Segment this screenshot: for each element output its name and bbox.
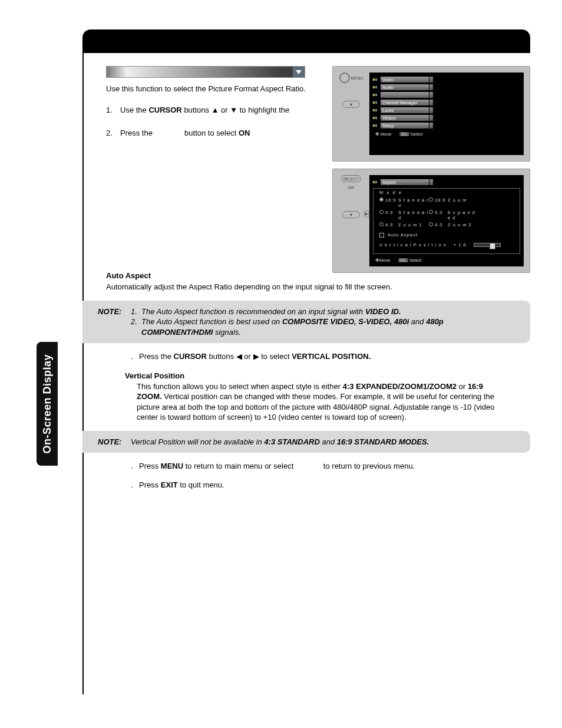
remote-select-icon: SELECT [341,175,361,182]
step-text: Press the CURSOR buttons ◀ or ▶ to selec… [139,351,371,362]
note-box: NOTE: 1. The Auto Aspect function is rec… [82,301,530,344]
remote-down-icon: ▼ [342,101,360,108]
menu-item [381,92,429,98]
step-list: 1. Use the CURSOR buttons ▲ or ▼ to high… [106,105,306,139]
radio-icon [429,210,433,214]
intro-text: Use this function to select the Picture … [106,84,306,94]
mode-box: M o d e 16:9S t a n d a r d 16:9Z o o m … [373,188,520,254]
osd-panels: MENU ▼ Video Audio Channel Manager Locks… [332,66,530,280]
step-text: Press EXIT to quit menu. [139,480,224,490]
radio-icon [379,197,384,202]
step-number: . [125,480,139,490]
side-tab-label: On-Screen Display [41,354,54,454]
step-number: 2. [106,128,120,139]
step-number: . [125,351,139,362]
vertical-position-heading: Vertical Position [125,371,530,380]
or-label: OR [348,186,355,190]
section-heading-bar [106,66,305,78]
side-tab: On-Screen Display [37,342,58,466]
checkbox-icon [379,233,384,238]
menu-item: Channel Manager [381,100,429,106]
auto-aspect-heading: Auto Aspect [106,271,530,280]
vertical-position-text: This function allows you to select when … [137,381,495,423]
step-number: 1. [106,105,120,116]
auto-aspect-text: Automatically adjust the Aspect Ratio de… [106,282,495,292]
status-bar: ✥ Move SEL Select [373,131,520,137]
mode-label: M o d e [379,190,516,195]
remote-down-icon: ▼ [342,211,360,218]
note-label: NOTE: [98,307,121,317]
osd-aspect-menu: SELECT OR ▼ Aspect M o d e 16:9S t a n d… [332,169,530,273]
auto-aspect-label: Auto Aspect [388,232,418,238]
tv-screen: Video Audio Channel Manager Locks Timers… [369,73,524,155]
radio-icon [429,222,433,226]
note-text: The Auto Aspect function is recommended … [141,307,401,317]
radio-icon [429,197,433,202]
menu-item: Video [381,77,429,83]
note-label: NOTE: [98,437,121,447]
step-number: . [125,461,139,472]
radio-icon [379,210,384,214]
chevron-down-icon [293,67,305,77]
step-text: Press the button to select ON [120,128,306,139]
tv-screen: Aspect M o d e 16:9S t a n d a r d 16:9Z… [369,175,524,266]
menu-item: Locks [381,107,429,113]
note-box: NOTE: Vertical Position will not be avai… [82,431,530,453]
menu-label: MENU [351,76,363,80]
radio-icon [379,222,384,226]
vertical-position-value: + 1 0 [454,242,467,248]
step-text: Use the CURSOR buttons ▲ or ▼ to highlig… [120,105,306,116]
menu-item: Audio [381,84,429,90]
note-text: The Auto Aspect function is best used on… [141,317,513,337]
menu-item: Setup [381,123,429,129]
note-text: Vertical Position will not be available … [131,437,513,447]
slider-icon [474,243,501,247]
remote-button-icon [339,73,350,83]
osd-main-menu: MENU ▼ Video Audio Channel Manager Locks… [332,66,530,162]
step-text: Press MENU to return to main menu or sel… [139,461,415,472]
menu-item: Timers [381,115,429,121]
arrow-right-icon [364,210,369,218]
vertical-position-label: V e r t i c a l P o s i t i o n [379,242,447,248]
aspect-header: Aspect [381,179,429,185]
page-header-bar [82,29,530,53]
